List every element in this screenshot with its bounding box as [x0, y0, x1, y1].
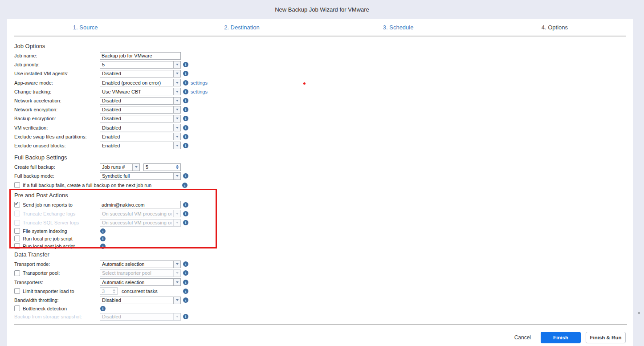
send-reports-checkbox[interactable] [14, 202, 20, 208]
info-icon[interactable] [100, 228, 106, 234]
info-icon[interactable] [183, 125, 188, 130]
step-destination[interactable]: 2. Destination [163, 24, 320, 31]
step-options[interactable]: 4. Options [477, 24, 633, 31]
transport-mode-select[interactable]: Automatic selection [100, 261, 181, 268]
backup-from-storage-snapshot-label: Backup from storage snapshot: [14, 314, 100, 319]
info-icon[interactable] [183, 107, 188, 112]
vm-agents-select[interactable]: Disabled [100, 70, 181, 77]
info-icon[interactable] [183, 98, 188, 103]
transporter-pool-checkbox[interactable] [14, 270, 20, 276]
info-icon[interactable] [183, 116, 188, 121]
row-network-acceleration: Network acceleration: Disabled [14, 96, 633, 105]
info-icon[interactable] [183, 71, 188, 76]
info-icon[interactable] [100, 306, 106, 311]
footer-divider [14, 324, 627, 325]
info-icon[interactable] [183, 270, 188, 276]
info-icon[interactable] [183, 143, 188, 148]
row-change-tracking: Change tracking: Use VMware CBT settings [14, 87, 633, 96]
cancel-button[interactable]: Cancel [514, 334, 531, 341]
vm-verification-select[interactable]: Disabled [100, 124, 181, 131]
chevron-down-icon [173, 142, 180, 149]
info-icon[interactable] [100, 236, 106, 241]
full-backup-mode-label: Full backup mode: [14, 173, 100, 179]
create-full-backup-mode-select[interactable]: Job runs # [100, 163, 140, 171]
chevron-down-icon [173, 173, 180, 179]
info-icon[interactable] [183, 314, 188, 319]
info-icon[interactable] [183, 211, 188, 216]
info-icon[interactable] [183, 280, 188, 285]
info-icon[interactable] [183, 62, 188, 67]
info-icon[interactable] [183, 261, 188, 267]
limit-load-checkbox[interactable] [14, 288, 20, 294]
backup-encryption-label: Backup encryption: [14, 116, 100, 121]
send-reports-email-input[interactable] [100, 201, 181, 208]
vm-verification-label: VM verification: [14, 125, 100, 130]
row-truncate-exchange: Truncate Exchange logs On successful VM … [14, 209, 633, 218]
truncate-exchange-label: Truncate Exchange logs [23, 211, 75, 216]
finish-and-run-button[interactable]: Finish & Run [586, 332, 626, 343]
options-form: Job Options Job name: Job priority: 5 Us… [7, 42, 633, 321]
job-priority-select[interactable]: 5 [100, 61, 181, 69]
network-encryption-select[interactable]: Disabled [100, 106, 181, 114]
info-icon[interactable] [183, 134, 188, 139]
footer-bar: Cancel Finish Finish & Run [7, 324, 633, 346]
full-backup-mode-select[interactable]: Synthetic full [100, 172, 181, 180]
chevron-down-icon [173, 133, 180, 140]
info-icon[interactable] [183, 297, 188, 303]
row-exclude-swap: Exclude swap files and partitions: Enabl… [14, 132, 633, 141]
network-acceleration-select[interactable]: Disabled [100, 97, 181, 105]
full-backup-settings-heading: Full Backup Settings [14, 154, 633, 162]
truncate-sql-select: On successful VM processing only [100, 219, 181, 227]
network-encryption-label: Network encryption: [14, 107, 100, 112]
truncate-exchange-checkbox [14, 211, 20, 216]
chevron-down-icon [173, 279, 180, 285]
row-file-system-indexing: File system indexing [14, 227, 633, 235]
scrollbar-artifact [638, 312, 640, 314]
row-retry-on-fail: If a full backup fails, create a full ba… [14, 180, 633, 189]
row-create-full-backup: Create full backup: Job runs # 5 [14, 163, 633, 171]
row-send-reports: Send job run reports to [14, 200, 633, 209]
info-icon[interactable] [183, 173, 188, 179]
info-icon[interactable] [183, 220, 188, 225]
transporters-select[interactable]: Automatic selection [100, 278, 181, 286]
change-tracking-select[interactable]: Use VMware CBT [100, 88, 181, 95]
chevron-down-icon [173, 261, 180, 268]
row-vm-agents: Use installed VM agents: Disabled [14, 69, 633, 78]
backup-encryption-select[interactable]: Disabled [100, 115, 181, 122]
spinner-up-down-icon [111, 288, 117, 294]
spinner-up-down-icon[interactable] [174, 164, 180, 171]
app-aware-mode-select[interactable]: Enabled (proceed on error) [100, 79, 181, 86]
backup-from-storage-snapshot-select: Disabled [100, 313, 181, 321]
app-aware-settings-link[interactable]: settings [191, 80, 208, 85]
wizard-steps: 1. Source 2. Destination 3. Schedule 4. … [7, 19, 633, 36]
job-name-input[interactable] [100, 52, 181, 60]
step-schedule[interactable]: 3. Schedule [320, 24, 477, 31]
info-icon[interactable] [183, 289, 188, 294]
change-tracking-settings-link[interactable]: settings [191, 89, 208, 94]
send-reports-label: Send job run reports to [23, 202, 73, 208]
step-source[interactable]: 1. Source [7, 24, 163, 31]
info-icon[interactable] [182, 183, 187, 188]
transporters-label: Transporters: [14, 280, 100, 285]
row-run-pre-script: Run local pre job script [14, 235, 633, 242]
row-job-priority: Job priority: 5 [14, 60, 633, 69]
exclude-swap-select[interactable]: Enabled [100, 133, 181, 140]
file-system-indexing-checkbox[interactable] [14, 228, 20, 234]
bottleneck-detection-checkbox[interactable] [14, 305, 20, 311]
info-icon[interactable] [183, 80, 188, 85]
limit-load-suffix: concurrent tasks [122, 289, 158, 294]
create-full-backup-count-spinner[interactable]: 5 [143, 163, 181, 171]
finish-button[interactable]: Finish [541, 332, 581, 343]
exclude-unused-blocks-select[interactable]: Enabled [100, 142, 181, 149]
chevron-down-icon [173, 210, 180, 217]
run-post-script-checkbox[interactable] [14, 243, 20, 249]
info-icon[interactable] [183, 89, 188, 94]
info-icon[interactable] [183, 202, 188, 208]
bandwidth-throttling-select[interactable]: Disabled [100, 297, 181, 304]
retry-on-fail-checkbox[interactable] [14, 182, 20, 188]
run-pre-script-checkbox[interactable] [14, 236, 20, 241]
info-icon[interactable] [100, 244, 106, 249]
chevron-down-icon [132, 164, 139, 171]
wizard-panel: 1. Source 2. Destination 3. Schedule 4. … [7, 19, 633, 346]
retry-on-fail-label: If a full backup fails, create a full ba… [23, 183, 151, 188]
